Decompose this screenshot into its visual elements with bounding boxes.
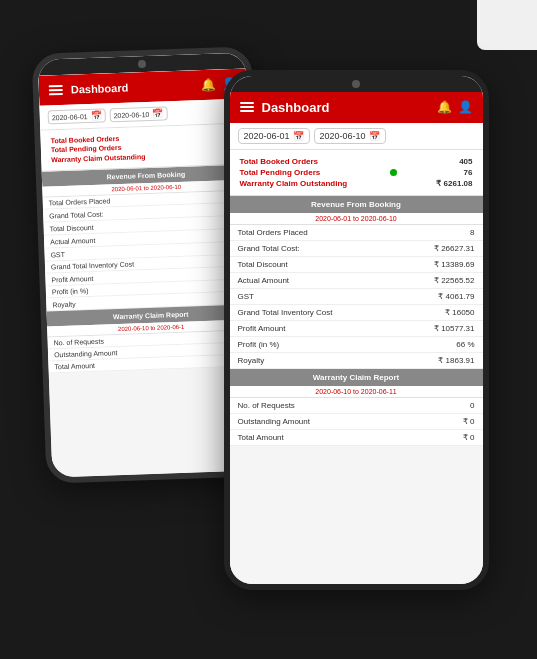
table-row-actual-front: Actual Amount ₹ 22565.52	[230, 273, 483, 289]
profit-value: ₹ 10577.31	[434, 324, 475, 333]
table-row-inventory-front: Grand Total Inventory Cost ₹ 16050	[230, 305, 483, 321]
date-to-back[interactable]: 2020-06-10 📅	[109, 106, 167, 122]
table-row-requests-front: No. of Requests 0	[230, 398, 483, 414]
bell-icon-front[interactable]: 🔔	[437, 100, 452, 114]
actual-value: ₹ 22565.52	[434, 276, 475, 285]
stat-pending-front: Total Pending Orders 76	[240, 167, 473, 178]
total-value: ₹ 0	[463, 433, 475, 442]
warranty-date-front: 2020-06-10 to 2020-06-11	[230, 386, 483, 398]
profitpct-label: Profit (in %)	[238, 340, 280, 349]
pending-label-front: Total Pending Orders	[240, 168, 321, 177]
user-icon-front[interactable]: 👤	[458, 100, 473, 114]
gst-value: ₹ 4061.79	[438, 292, 474, 301]
total-label: Total Amount	[238, 433, 284, 442]
app-front: Dashboard 🔔 👤 2020-06-01 📅 2020-06-10 📅	[230, 92, 483, 584]
discount-value: ₹ 13389.69	[434, 260, 475, 269]
booked-label-front: Total Booked Orders	[240, 157, 319, 166]
app-title-front: Dashboard	[262, 100, 429, 115]
app-header-front: Dashboard 🔔 👤	[230, 92, 483, 123]
green-dot-front	[390, 169, 397, 176]
table-row-total-front: Total Amount ₹ 0	[230, 430, 483, 446]
warranty-value-front: ₹ 6261.08	[436, 179, 472, 188]
notch-dot-front	[352, 80, 360, 88]
notch-dot-back	[137, 59, 145, 67]
phone-notch-front	[230, 76, 483, 92]
stat-booked-front: Total Booked Orders 405	[240, 156, 473, 167]
discount-label: Total Discount	[238, 260, 288, 269]
date-to-front[interactable]: 2020-06-10 📅	[314, 128, 386, 144]
warranty-header-front: Warranty Claim Report	[230, 369, 483, 386]
inventory-label: Grand Total Inventory Cost	[238, 308, 333, 317]
cost-value: ₹ 26627.31	[434, 244, 475, 253]
inventory-value: ₹ 16050	[445, 308, 474, 317]
cal-icon-from-front: 📅	[293, 131, 304, 141]
royalty-label: Royalty	[238, 356, 265, 365]
menu-icon-front[interactable]	[240, 102, 254, 112]
cost-label: Grand Total Cost:	[238, 244, 300, 253]
pending-value-front: 76	[464, 168, 473, 177]
warranty-label-back: Warranty Claim Outstanding	[51, 152, 145, 162]
scroll-content-front[interactable]: Revenue From Booking 2020-06-01 to 2020-…	[230, 196, 483, 584]
cal-icon-from-back: 📅	[90, 110, 101, 120]
table-row-orders-front: Total Orders Placed 8	[230, 225, 483, 241]
table-row-royalty-front: Royalty ₹ 1863.91	[230, 353, 483, 369]
table-row-gst-front: GST ₹ 4061.79	[230, 289, 483, 305]
table-row-profitpct-front: Profit (in %) 66 %	[230, 337, 483, 353]
requests-label: No. of Requests	[238, 401, 295, 410]
stat-warranty-front: Warranty Claim Outstanding ₹ 6261.08	[240, 178, 473, 189]
date-bar-front: 2020-06-01 📅 2020-06-10 📅	[230, 123, 483, 150]
warranty-label-front: Warranty Claim Outstanding	[240, 179, 348, 188]
table-row-profit-front: Profit Amount ₹ 10577.31	[230, 321, 483, 337]
profit-label: Profit Amount	[238, 324, 286, 333]
outstanding-label: Outstanding Amount	[238, 417, 311, 426]
table-row-outstanding-front: Outstanding Amount ₹ 0	[230, 414, 483, 430]
bell-icon-back[interactable]: 🔔	[200, 77, 215, 92]
orders-label: Total Orders Placed	[238, 228, 308, 237]
outstanding-value: ₹ 0	[463, 417, 475, 426]
profitpct-value: 66 %	[456, 340, 474, 349]
orders-value: 8	[470, 228, 474, 237]
revenue-date-front: 2020-06-01 to 2020-06-10	[230, 213, 483, 225]
phones-container: Dashboard 🔔 👤 2020-06-01 📅 2020-06-10 📅	[29, 20, 509, 640]
app-title-back: Dashboard	[70, 79, 192, 95]
menu-icon-back[interactable]	[48, 84, 62, 94]
date-from-back[interactable]: 2020-06-01 📅	[47, 108, 105, 124]
requests-value: 0	[470, 401, 474, 410]
cal-icon-to-front: 📅	[369, 131, 380, 141]
gst-label: GST	[238, 292, 254, 301]
date-from-front[interactable]: 2020-06-01 📅	[238, 128, 310, 144]
royalty-value: ₹ 1863.91	[438, 356, 474, 365]
header-icons-front: 🔔 👤	[437, 100, 473, 114]
stats-section-back: Total Booked Orders Total Pending Orders…	[40, 123, 249, 171]
booked-value-front: 405	[459, 157, 472, 166]
revenue-header-front: Revenue From Booking	[230, 196, 483, 213]
actual-label: Actual Amount	[238, 276, 290, 285]
stats-section-front: Total Booked Orders 405 Total Pending Or…	[230, 150, 483, 196]
phone-front: Dashboard 🔔 👤 2020-06-01 📅 2020-06-10 📅	[224, 70, 489, 590]
table-row-cost-front: Grand Total Cost: ₹ 26627.31	[230, 241, 483, 257]
cal-icon-to-back: 📅	[152, 108, 163, 118]
table-row-discount-front: Total Discount ₹ 13389.69	[230, 257, 483, 273]
